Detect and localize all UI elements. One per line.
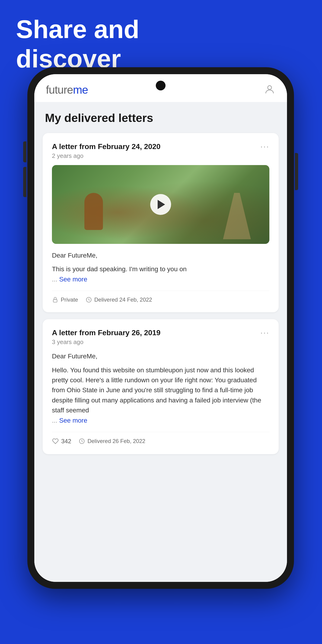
delivered-label: Delivered 26 Feb, 2022 [88,438,145,444]
power-button [295,153,298,190]
letter-age: 2 years ago [52,152,270,160]
letter-age: 3 years ago [52,338,270,346]
delivered-tag: Delivered 26 Feb, 2022 [78,438,145,444]
letter-card: A letter from February 26, 2019 ··· 3 ye… [43,319,279,454]
person-in-video [84,193,103,230]
like-count: 342 [52,438,71,445]
letter-body: Hello. You found this website on stumble… [52,365,270,426]
letter-footer: 342 Delivered 26 Feb, 2022 [52,432,270,445]
clock-icon [86,296,92,303]
profile-icon[interactable] [264,84,276,96]
app-logo: futureme [46,84,88,96]
see-more-link[interactable]: See more [59,417,87,424]
letter-greeting: Dear FutureMe, [52,250,270,260]
privacy-tag: Private [52,296,78,303]
more-options-button[interactable]: ··· [260,142,270,151]
volume-down-button [23,167,26,197]
page-headline: Share and discover [16,14,233,73]
ellipsis: ... [52,276,57,283]
volume-up-button [23,142,26,162]
see-more-link[interactable]: See more [59,276,87,283]
letter-body: This is your dad speaking. I'm writing t… [52,264,270,284]
play-icon [158,200,165,209]
camera-hole [156,81,166,90]
page-title: My delivered letters [43,111,279,125]
letter-header: A letter from February 24, 2020 ··· [52,142,270,151]
play-button[interactable] [150,194,171,215]
delivered-tag: Delivered 24 Feb, 2022 [86,296,152,303]
letter-footer: Private Delivered 24 Feb, 2022 [52,291,270,303]
letter-title: A letter from February 24, 2020 [52,142,160,151]
phone-screen: futureme My delivered letters A letter f… [34,74,287,582]
video-thumbnail[interactable] [52,165,270,244]
ellipsis: ... [52,417,57,424]
svg-point-0 [268,86,272,90]
letter-title: A letter from February 26, 2019 [52,328,160,337]
logo-me: me [73,84,88,96]
phone-frame: futureme My delivered letters A letter f… [27,67,294,589]
svg-rect-1 [53,300,57,302]
privacy-label: Private [61,296,78,303]
lock-icon [52,296,58,303]
heart-icon [52,438,59,444]
delivered-label: Delivered 24 Feb, 2022 [94,296,152,303]
page-content: My delivered letters A letter from Febru… [34,102,287,582]
logo-future: future [46,84,73,96]
like-number: 342 [61,438,71,445]
more-options-button[interactable]: ··· [260,328,270,337]
letter-header: A letter from February 26, 2019 ··· [52,328,270,337]
letter-greeting: Dear FutureMe, [52,351,270,361]
clock-icon [78,438,85,444]
letter-card: A letter from February 24, 2020 ··· 2 ye… [43,133,279,312]
